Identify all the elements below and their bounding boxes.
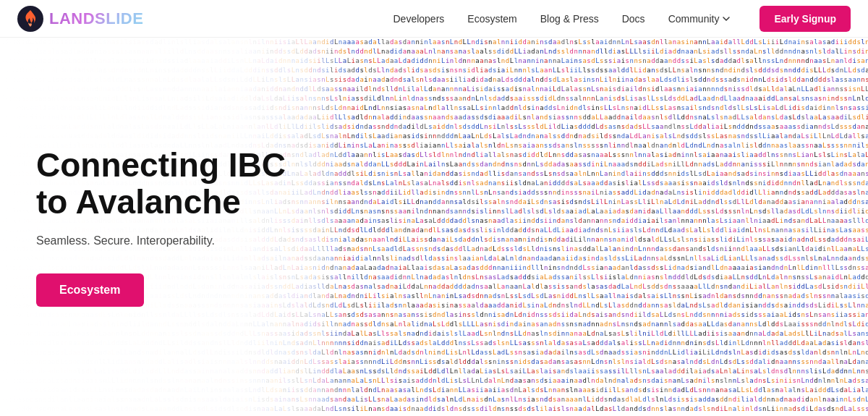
nav-link-blog-press[interactable]: Blog & Press: [540, 13, 599, 25]
nav-links: Developers Ecosystem Blog & Press Docs C…: [393, 6, 851, 32]
hero-title: Connecting IBC to Avalanche: [36, 147, 318, 220]
main-content: ddsassdLldsdnisaaaaaaisLsnasilsiassdadli…: [0, 38, 868, 416]
chevron-down-icon: [722, 14, 731, 23]
logo-text: LANDSLIDE: [49, 9, 143, 28]
hero-section: Connecting IBC to Avalanche Seamless. Se…: [0, 38, 347, 416]
nav-link-docs[interactable]: Docs: [622, 13, 645, 25]
ecosystem-button[interactable]: Ecosystem: [36, 273, 144, 307]
nav-logo[interactable]: LANDSLIDE: [17, 6, 143, 32]
hero-subtitle: Seamless. Secure. Interoperability.: [36, 234, 318, 247]
nav-link-community[interactable]: Community: [668, 13, 731, 25]
nav-link-developers[interactable]: Developers: [393, 13, 444, 25]
logo-icon: [17, 6, 43, 32]
early-signup-button[interactable]: Early Signup: [760, 6, 851, 32]
nav-link-ecosystem[interactable]: Ecosystem: [467, 13, 516, 25]
navbar: LANDSLIDE Developers Ecosystem Blog & Pr…: [0, 0, 868, 38]
